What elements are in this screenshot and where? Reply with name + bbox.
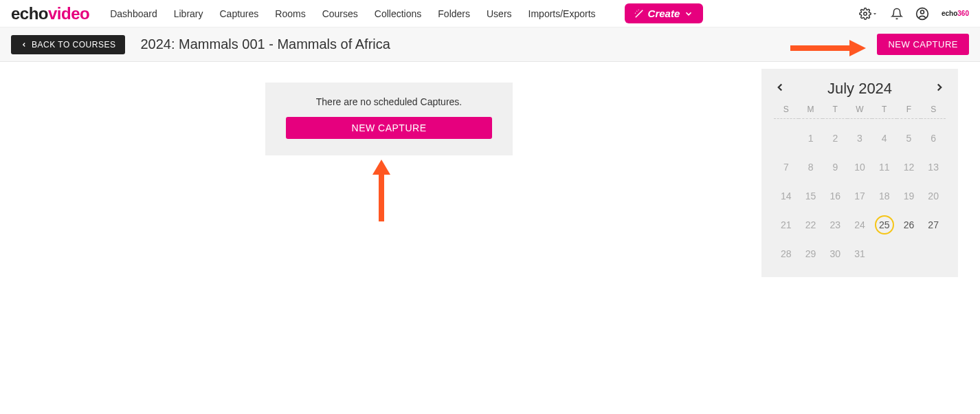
empty-state-box: There are no scheduled Captures. NEW CAP…	[265, 83, 513, 155]
calendar-day[interactable]: 14	[777, 186, 796, 206]
chevron-left-icon	[21, 41, 27, 48]
sub-header: BACK TO COURSES 2024: Mammals 001 - Mamm…	[0, 28, 980, 62]
calendar-day[interactable]: 6	[924, 129, 943, 148]
calendar-day[interactable]: 10	[850, 157, 869, 177]
calendar-day[interactable]: 30	[825, 244, 845, 263]
calendar-day[interactable]: 18	[875, 186, 894, 206]
calendar-day[interactable]: 9	[825, 157, 845, 177]
nav-imports-exports[interactable]: Imports/Exports	[528, 8, 596, 19]
calendar-dow: S	[774, 105, 799, 119]
calendar-day[interactable]: 27	[924, 215, 943, 235]
topbar-right: echo360	[859, 7, 969, 21]
chevron-left-icon	[774, 81, 786, 94]
bell-icon	[891, 8, 903, 20]
calendar-day[interactable]: 25	[875, 215, 894, 235]
course-title: 2024: Mammals 001 - Mammals of Africa	[140, 36, 390, 52]
nav-collections[interactable]: Collections	[375, 8, 421, 19]
calendar-day[interactable]: 22	[801, 215, 821, 235]
calendar-dow: F	[897, 105, 922, 119]
calendar-day[interactable]: 16	[825, 186, 845, 206]
calendar-day[interactable]: 23	[825, 215, 845, 235]
calendar-day[interactable]: 2	[825, 129, 845, 148]
calendar-day[interactable]: 8	[801, 157, 821, 177]
logo-part1: echo	[11, 4, 48, 23]
nav-folders[interactable]: Folders	[438, 8, 470, 19]
calendar-day[interactable]: 13	[924, 157, 943, 177]
chevron-down-icon	[684, 9, 693, 19]
calendar-day[interactable]: 1	[801, 129, 821, 148]
calendar-day[interactable]: 26	[899, 215, 918, 235]
calendar-dow: T	[823, 105, 847, 119]
calendar-dow: T	[872, 105, 897, 119]
new-capture-button-center[interactable]: NEW CAPTURE	[286, 117, 492, 139]
logo[interactable]: echovideo	[11, 4, 89, 23]
wand-icon	[634, 9, 644, 19]
chevron-right-icon	[933, 81, 946, 94]
account-button[interactable]	[915, 7, 929, 21]
calendar-prev-button[interactable]	[774, 81, 786, 96]
gear-icon	[859, 8, 871, 20]
logo-part2: video	[48, 4, 89, 23]
user-circle-icon	[915, 7, 929, 21]
nav-captures[interactable]: Captures	[220, 8, 259, 19]
calendar-day[interactable]: 4	[875, 129, 894, 148]
nav-users[interactable]: Users	[487, 8, 512, 19]
calendar-day[interactable]: 24	[850, 215, 869, 235]
calendar-dow: W	[847, 105, 872, 119]
calendar-next-button[interactable]	[933, 81, 946, 96]
calendar-day[interactable]: 19	[899, 186, 918, 206]
annotation-arrow-up	[371, 160, 392, 221]
back-label: BACK TO COURSES	[32, 40, 115, 50]
calendar-day[interactable]: 20	[924, 186, 943, 206]
calendar-day[interactable]: 11	[875, 157, 894, 177]
settings-button[interactable]	[859, 8, 878, 20]
calendar-day[interactable]: 12	[899, 157, 918, 177]
calendar-day[interactable]: 28	[777, 244, 796, 263]
calendar-header: July 2024	[774, 80, 946, 98]
brand-small: echo360	[942, 10, 969, 17]
create-label: Create	[648, 8, 680, 19]
calendar-day[interactable]: 7	[777, 157, 796, 177]
nav-dashboard[interactable]: Dashboard	[110, 8, 157, 19]
notifications-button[interactable]	[891, 8, 903, 20]
nav-items: Dashboard Library Captures Rooms Courses…	[110, 3, 703, 23]
new-capture-button-top[interactable]: NEW CAPTURE	[877, 34, 969, 55]
top-nav: echovideo Dashboard Library Captures Roo…	[0, 0, 980, 28]
calendar-dow: M	[799, 105, 823, 119]
svg-point-0	[864, 12, 867, 15]
svg-point-2	[920, 10, 924, 14]
nav-library[interactable]: Library	[174, 8, 203, 19]
nav-rooms[interactable]: Rooms	[275, 8, 305, 19]
calendar-title: July 2024	[827, 80, 892, 98]
empty-state-message: There are no scheduled Captures.	[276, 96, 502, 107]
brand-small-part2: 360	[957, 10, 969, 17]
brand-small-part1: echo	[942, 10, 957, 17]
calendar-day[interactable]: 21	[777, 215, 796, 235]
nav-courses[interactable]: Courses	[322, 8, 358, 19]
calendar-day[interactable]: 29	[801, 244, 821, 263]
calendar-grid: SMTWTFS123456789101112131415161718192021…	[774, 105, 946, 263]
caret-down-icon	[871, 10, 878, 17]
calendar-day[interactable]: 17	[850, 186, 869, 206]
calendar: July 2024 SMTWTFS12345678910111213141516…	[761, 69, 958, 277]
back-to-courses-button[interactable]: BACK TO COURSES	[11, 35, 125, 54]
create-button[interactable]: Create	[625, 3, 704, 23]
calendar-day[interactable]: 5	[899, 129, 918, 148]
calendar-day[interactable]: 15	[801, 186, 821, 206]
calendar-dow: S	[921, 105, 946, 119]
calendar-day[interactable]: 31	[850, 244, 869, 263]
calendar-day[interactable]: 3	[850, 129, 869, 148]
